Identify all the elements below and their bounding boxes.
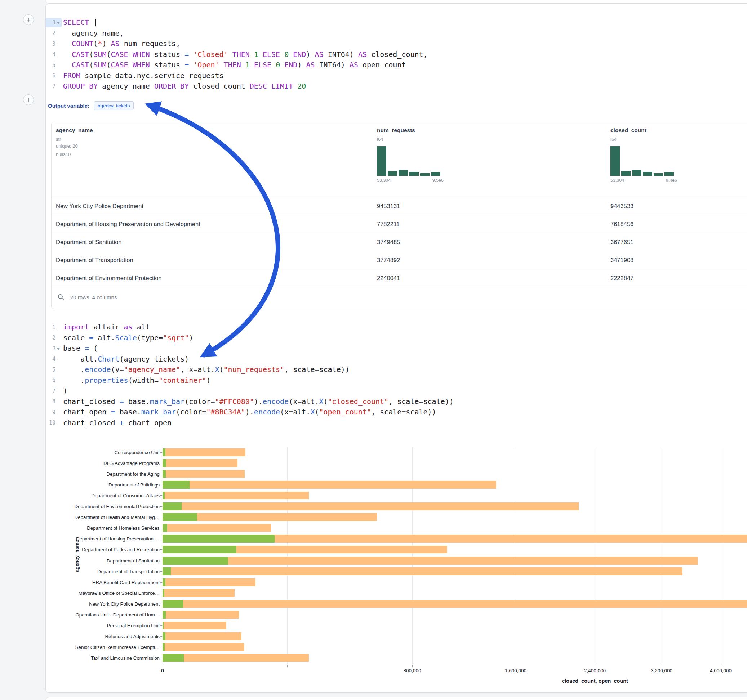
line-number-gutter: 5 bbox=[46, 365, 62, 374]
open-count-bar bbox=[163, 459, 166, 467]
table-row[interactable]: Department of Sanitation37494853677651 bbox=[51, 233, 747, 251]
line-number-gutter: 1 bbox=[46, 323, 62, 332]
table-cell: 3749485 bbox=[377, 238, 400, 245]
line-number: 1 bbox=[48, 20, 56, 26]
table-cell: 2240041 bbox=[377, 275, 400, 281]
y-axis-tick bbox=[160, 604, 162, 604]
column-type: str bbox=[56, 136, 93, 142]
open-count-bar bbox=[163, 557, 228, 564]
y-axis-label: DHS Advantage Programs bbox=[103, 460, 160, 466]
table-column-header: num_requestsi6453,3049.5e6 bbox=[377, 127, 444, 183]
histogram-range-labels: 53,3049.4e6 bbox=[611, 178, 677, 183]
closed-count-bar bbox=[163, 481, 496, 489]
y-axis-label: Department of Sanitation bbox=[107, 558, 160, 564]
line-number: 3 bbox=[48, 345, 56, 352]
y-axis-label: Senior Citizen Rent Increase Exempti… bbox=[75, 644, 160, 650]
closed-count-bar bbox=[163, 448, 245, 456]
x-axis-tick bbox=[516, 665, 516, 667]
open-count-bar bbox=[163, 643, 165, 651]
search-icon[interactable] bbox=[57, 293, 65, 301]
sql-editor[interactable]: 1SELECT 2 agency_name,3 COUNT(*) AS num_… bbox=[46, 17, 428, 92]
line-number-gutter: 3 bbox=[46, 39, 62, 48]
closed-count-bar bbox=[163, 654, 309, 662]
histogram-bar bbox=[399, 170, 408, 176]
code-line-row: 5 CAST(SUM(CASE WHEN status = 'Open' THE… bbox=[46, 60, 428, 71]
column-type: i64 bbox=[611, 136, 677, 142]
y-axis-label: Department of Parks and Recreation bbox=[82, 547, 160, 552]
open-count-bar bbox=[163, 632, 165, 640]
open-count-bar bbox=[163, 502, 181, 510]
output-variable-chip[interactable]: agency_tickets bbox=[94, 101, 134, 110]
y-axis-label: Department of Transportation bbox=[97, 569, 160, 574]
y-axis-tick bbox=[160, 463, 162, 463]
y-axis-tick bbox=[160, 572, 162, 572]
column-meta: nulls: 0 bbox=[56, 150, 93, 158]
code-text: base = ( bbox=[63, 343, 98, 354]
line-number-gutter: 4 bbox=[46, 50, 62, 59]
y-axis-label: Taxi and Limousine Commission bbox=[91, 655, 160, 661]
table-cell: Department of Housing Preservation and D… bbox=[56, 220, 200, 227]
fold-spacer bbox=[57, 64, 60, 66]
chevron-down-icon[interactable] bbox=[57, 348, 60, 350]
line-number: 2 bbox=[48, 30, 56, 36]
histogram-min-label: 53,304 bbox=[377, 178, 391, 183]
chevron-down-icon[interactable] bbox=[57, 22, 60, 24]
gridline bbox=[287, 447, 287, 665]
open-count-bar bbox=[163, 600, 183, 608]
y-axis-label: Refunds and Adjustments bbox=[105, 634, 160, 639]
fold-spacer bbox=[57, 422, 60, 424]
python-editor[interactable]: 1import altair as alt2scale = alt.Scale(… bbox=[46, 322, 454, 428]
y-axis-label: Department of Housing Preservation … bbox=[76, 536, 160, 542]
table-cell: 3774892 bbox=[377, 256, 400, 263]
open-count-bar bbox=[163, 578, 165, 586]
table-row[interactable]: New York City Police Department945313194… bbox=[51, 197, 747, 215]
fold-spacer bbox=[57, 411, 60, 413]
column-name: agency_name bbox=[56, 127, 93, 134]
code-line-row: 1SELECT bbox=[46, 17, 428, 28]
code-line-row: 2scale = alt.Scale(type="sqrt") bbox=[46, 333, 454, 344]
code-text: COUNT(*) AS num_requests, bbox=[63, 39, 180, 49]
line-number: 6 bbox=[48, 72, 56, 79]
fold-spacer bbox=[57, 337, 60, 339]
code-text: SELECT bbox=[63, 17, 96, 28]
open-count-bar bbox=[163, 492, 165, 499]
open-count-bar bbox=[163, 622, 163, 629]
open-count-bar bbox=[163, 513, 197, 521]
y-axis-tick bbox=[160, 658, 162, 658]
histogram-bar bbox=[431, 172, 440, 176]
code-text: CAST(SUM(CASE WHEN status = 'Closed' THE… bbox=[63, 49, 428, 60]
code-line-row: 4 CAST(SUM(CASE WHEN status = 'Closed' T… bbox=[46, 49, 428, 60]
code-line-row: 4 alt.Chart(agency_tickets) bbox=[46, 354, 454, 365]
x-axis-tick bbox=[662, 665, 662, 667]
line-number: 7 bbox=[48, 388, 56, 394]
line-number-gutter: 6 bbox=[46, 376, 62, 385]
code-line-row: 6 .properties(width="container") bbox=[46, 375, 454, 386]
line-number-gutter: 4 bbox=[46, 355, 62, 364]
histogram-bar bbox=[388, 171, 397, 176]
y-axis-tick bbox=[160, 452, 162, 453]
y-axis-tick bbox=[160, 539, 162, 539]
open-count-bar bbox=[163, 481, 189, 489]
y-axis-label: Department of Health and Mental Hyg… bbox=[74, 514, 160, 520]
add-cell-button[interactable]: + bbox=[23, 94, 34, 105]
code-text: chart_closed = base.mark_bar(color="#FFC… bbox=[63, 397, 454, 407]
table-row[interactable]: Department of Environmental Protection22… bbox=[51, 269, 747, 287]
table-row[interactable]: Department of Transportation377489234719… bbox=[51, 251, 747, 269]
line-number-gutter: 8 bbox=[46, 397, 62, 406]
fold-spacer bbox=[57, 74, 60, 77]
code-line-row: 5 .encode(y="agency_name", x=alt.X("num_… bbox=[46, 364, 454, 375]
histogram-bar bbox=[621, 171, 631, 176]
table-cell: 9453131 bbox=[377, 202, 400, 209]
fold-spacer bbox=[57, 326, 60, 328]
table-cell: 3677651 bbox=[611, 238, 634, 245]
fold-spacer bbox=[57, 400, 60, 403]
y-axis-label: Department for the Aging bbox=[106, 471, 160, 477]
add-cell-button[interactable]: + bbox=[23, 14, 34, 25]
fold-spacer bbox=[57, 53, 60, 56]
open-count-bar bbox=[163, 448, 165, 456]
table-cell: 2222847 bbox=[611, 275, 634, 281]
y-axis-label: Personal Exemption Unit bbox=[107, 623, 160, 628]
table-column-header: closed_counti6453,3049.4e6 bbox=[611, 127, 677, 183]
previous-cell-edge bbox=[45, 0, 747, 4]
table-row[interactable]: Department of Housing Preservation and D… bbox=[51, 215, 747, 233]
